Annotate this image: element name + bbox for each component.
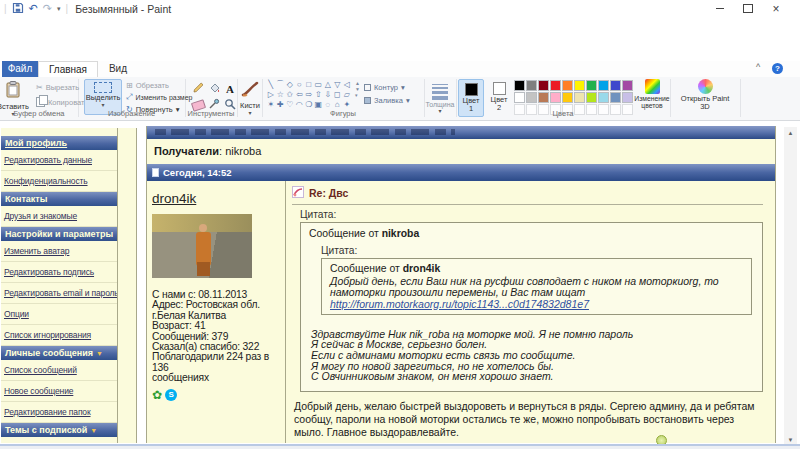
palette-swatch[interactable] [550, 80, 561, 91]
sidebar-item[interactable]: Конфиденциальность [1, 171, 117, 192]
selection-rectangle-icon [94, 82, 112, 93]
skype-icon[interactable]: S [165, 389, 177, 401]
divider [292, 204, 763, 205]
shape-icon[interactable]: ◻ [333, 90, 343, 100]
palette-swatch[interactable] [526, 92, 537, 103]
forum-sidebar: Мой профильРедактировать данныеКонфиденц… [1, 128, 118, 443]
shapes-scroll[interactable]: ▲▼▾ [355, 81, 360, 98]
save-icon[interactable] [12, 0, 24, 18]
sidebar-item[interactable]: Друзья и знакомые [1, 206, 117, 227]
help-icon[interactable]: ? [772, 63, 783, 74]
ribbon: Вставить ▾ ✂Вырезать Копировать Буфер об… [0, 77, 800, 121]
palette-swatch[interactable] [586, 92, 597, 103]
sidebar-item[interactable]: Изменить аватар [1, 241, 117, 262]
forum-main-panel: Получатели: nikroba Сегодня, 14:52 dron4… [146, 126, 776, 443]
shape-icon[interactable]: ◇ [285, 80, 295, 90]
maximize-button[interactable] [734, 0, 762, 17]
sidebar-section-header[interactable]: Личные сообщения▼ [1, 346, 117, 360]
palette-swatch[interactable] [538, 92, 549, 103]
chevron-down-icon: ▾ [248, 111, 251, 116]
inner-quote-box: Сообщение от dron4ik Добрый день, если В… [321, 258, 752, 315]
sidebar-item[interactable]: Список подписок [1, 437, 117, 443]
scroll-up-icon[interactable]: ▲ [784, 127, 797, 139]
shape-icon[interactable]: ▱ [342, 90, 352, 100]
shape-icon[interactable]: ▽ [333, 80, 343, 90]
shape-icon[interactable]: ⇨ [304, 90, 314, 100]
sidebar-item[interactable]: Редактировать подпись [1, 262, 117, 283]
tab-view[interactable]: Вид [98, 61, 138, 77]
recipients-row: Получатели: nikroba [147, 139, 775, 164]
palette-swatch[interactable] [562, 92, 573, 103]
sidebar-item[interactable]: Список сообщений [1, 360, 117, 381]
sidebar-item[interactable]: Редактировать данные [1, 150, 117, 171]
palette-swatch[interactable] [598, 80, 609, 91]
qat-dropdown-icon[interactable]: ▾ [57, 5, 61, 13]
minimize-button[interactable] [706, 0, 734, 17]
open-paint3d-button[interactable]: Открыть Paint 3D [676, 79, 734, 112]
palette-swatch[interactable] [562, 80, 573, 91]
vertical-scrollbar[interactable]: ▲ ▼ [784, 127, 797, 446]
shape-icon[interactable]: ⇧ [314, 90, 324, 100]
icq-icon[interactable]: ✿ [152, 389, 162, 401]
shape-icon[interactable]: □ [304, 80, 314, 90]
sidebar-section-header[interactable]: Контакты [1, 192, 117, 206]
sidebar-section-header[interactable]: Мой профиль [1, 136, 117, 150]
brushes-button[interactable]: Кисти ▾ [238, 79, 262, 116]
shape-icon[interactable]: ☆ [276, 90, 286, 100]
palette-swatch[interactable] [598, 92, 609, 103]
redo-icon[interactable]: ↷ [43, 3, 52, 14]
avatar [152, 214, 252, 278]
separator: | [66, 3, 69, 14]
sidebar-item[interactable]: Опции [1, 304, 117, 325]
shape-icon[interactable]: ⌒ [276, 80, 286, 90]
author-link[interactable]: dron4ik [152, 191, 196, 206]
palette-swatch[interactable] [550, 92, 561, 103]
pencil-icon[interactable] [192, 80, 205, 98]
sidebar-item[interactable]: Редактирование папок [1, 402, 117, 423]
palette-swatch[interactable] [622, 92, 633, 103]
palette-swatch[interactable] [514, 80, 525, 91]
sidebar-section-header[interactable]: Настройки и параметры [1, 227, 117, 241]
copy-button[interactable]: Копировать [36, 97, 88, 107]
shape-icon[interactable]: ✩ [285, 90, 295, 100]
undo-icon[interactable]: ↶ [29, 3, 38, 14]
palette-swatch[interactable] [514, 92, 525, 103]
palette-swatch[interactable] [610, 80, 621, 91]
resize-button[interactable]: ⤢Изменить размер [126, 93, 186, 101]
edit-colors-button[interactable]: Изменение цветов [634, 79, 670, 110]
palette-swatch[interactable] [574, 80, 585, 91]
palette-swatch[interactable] [538, 80, 549, 91]
palette-swatch[interactable] [526, 80, 537, 91]
size-button[interactable]: Толщина ▾ [424, 80, 456, 114]
text-tool-icon[interactable]: A [226, 83, 234, 95]
topic-link[interactable]: http://forum.motorkaorg.ru/topic1143...c… [330, 299, 743, 310]
sidebar-item[interactable]: Редактировать email и пароль [1, 283, 117, 304]
shape-icon[interactable]: ○ [295, 80, 305, 90]
outline-button[interactable]: Контур ▾ [364, 83, 405, 92]
sidebar-section-header[interactable]: Темы с подпиской▼ [1, 423, 117, 437]
shape-icon[interactable]: ▷ [266, 90, 276, 100]
palette-swatch[interactable] [610, 92, 621, 103]
tab-home[interactable]: Главная [38, 61, 98, 77]
palette-swatch[interactable] [622, 80, 633, 91]
palette-swatch[interactable] [586, 80, 597, 91]
shape-icon[interactable]: △ [323, 80, 333, 90]
sidebar-item[interactable]: Новое сообщение [1, 381, 117, 402]
collapse-ribbon-icon[interactable]: ^ [756, 62, 760, 72]
forum-header-bar [147, 126, 775, 139]
close-button[interactable]: × [762, 0, 790, 17]
tab-file[interactable]: Файл [2, 61, 38, 77]
group-label-colors: Цвета [456, 109, 670, 118]
palette-swatch[interactable] [574, 92, 585, 103]
shape-icon[interactable]: ▭ [314, 80, 324, 90]
fill-button[interactable]: Заливка ▾ [364, 96, 410, 105]
sidebar-item[interactable]: Список игнорирования [1, 325, 117, 346]
shapes-grid[interactable]: ╲⌒◇○□▭△▽◁▷☆✩⇦⇨⇧⇩◻▱✶✚♡◠❍▣◌⌂✦ [266, 80, 354, 110]
shape-icon[interactable]: ◁ [342, 80, 352, 90]
shape-icon[interactable]: ⇦ [295, 90, 305, 100]
crop-button[interactable]: ⊞Обрезать [126, 81, 186, 90]
chevron-down-icon: ▾ [101, 103, 104, 108]
cut-button[interactable]: ✂Вырезать [36, 83, 79, 92]
shape-icon[interactable]: ╲ [266, 80, 276, 90]
shape-icon[interactable]: ⇩ [323, 90, 333, 100]
